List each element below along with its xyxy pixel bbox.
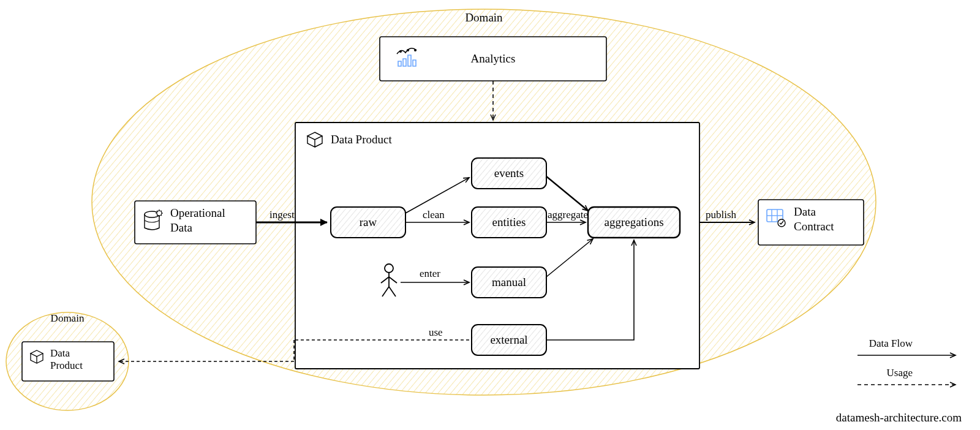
legend-usage: Usage — [887, 367, 913, 379]
svg-text:raw: raw — [360, 216, 377, 228]
data-contract-box: Data Contract — [758, 200, 864, 245]
svg-text:aggregations: aggregations — [604, 216, 663, 228]
svg-text:manual: manual — [492, 276, 526, 289]
analytics-label: Analytics — [471, 52, 516, 65]
analytics-box: Analytics — [380, 37, 606, 81]
legend-dataflow: Data Flow — [869, 338, 913, 349]
ext-product-label-1: Data — [50, 347, 70, 359]
external-node: external — [472, 325, 546, 355]
svg-text:events: events — [494, 167, 524, 179]
svg-text:clean: clean — [423, 209, 445, 221]
svg-text:entities: entities — [492, 216, 526, 228]
svg-point-3 — [399, 50, 402, 53]
svg-text:aggregate: aggregate — [548, 209, 588, 221]
operational-data-box: Operational Data — [135, 201, 256, 244]
entities-node: entities — [472, 207, 546, 238]
edge-aggregate: aggregate — [546, 209, 588, 222]
data-product-label: Data Product — [331, 133, 392, 146]
events-node: events — [472, 158, 546, 189]
operational-label-1: Operational — [170, 206, 225, 219]
contract-label-2: Contract — [794, 220, 834, 233]
svg-point-4 — [407, 49, 409, 51]
svg-text:ingest: ingest — [270, 209, 295, 221]
svg-text:external: external — [490, 333, 527, 346]
legend: Data Flow Usage — [858, 338, 956, 385]
aggregations-node: aggregations — [588, 207, 680, 238]
svg-point-9 — [157, 211, 162, 216]
attribution: datamesh-architecture.com — [836, 411, 962, 424]
manual-node: manual — [472, 267, 546, 298]
operational-label-2: Data — [170, 221, 192, 234]
ext-product-label-2: Product — [50, 360, 83, 371]
ext-data-product-box: Data Product — [22, 342, 114, 381]
domain-ext-label: Domain — [51, 312, 85, 324]
svg-text:publish: publish — [706, 209, 737, 221]
svg-text:enter: enter — [420, 268, 440, 279]
domain-main-label: Domain — [465, 11, 503, 24]
contract-label-1: Data — [794, 205, 816, 218]
svg-point-5 — [414, 49, 417, 51]
raw-node: raw — [331, 207, 405, 238]
svg-text:use: use — [429, 326, 443, 338]
